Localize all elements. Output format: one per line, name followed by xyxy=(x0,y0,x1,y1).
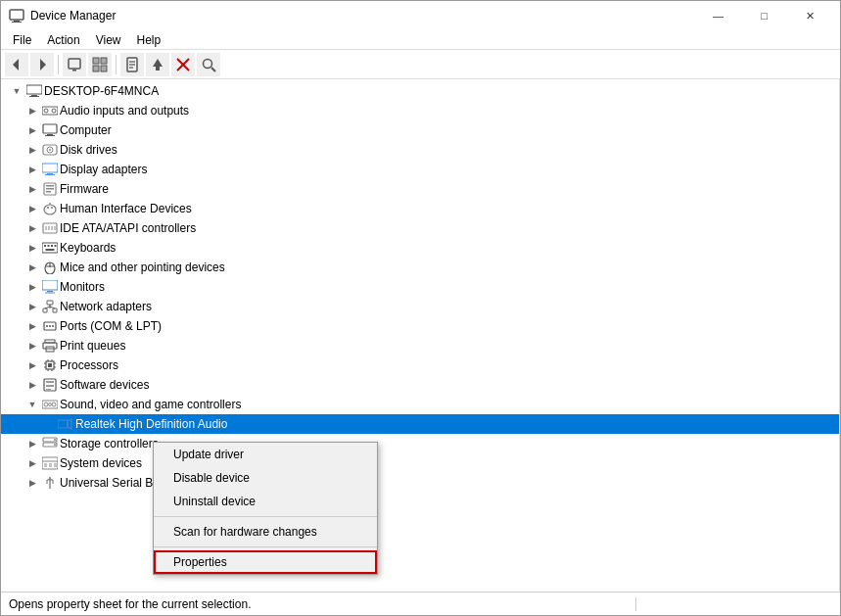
svg-rect-86 xyxy=(46,385,54,387)
svg-point-89 xyxy=(44,403,48,406)
tree-ports[interactable]: ▶ Ports (COM & LPT) xyxy=(1,316,839,336)
network-icon xyxy=(42,299,58,314)
sound-toggle[interactable]: ▼ xyxy=(24,397,40,412)
app-icon xyxy=(9,8,24,24)
usb-toggle[interactable]: ▶ xyxy=(24,475,40,491)
tree-monitors[interactable]: ▶ Monitors xyxy=(1,277,839,297)
tree-computer[interactable]: ▶ Computer xyxy=(1,120,839,140)
storage-label: Storage controllers xyxy=(60,437,159,450)
software-label: Software devices xyxy=(60,378,149,392)
monitors-label: Monitors xyxy=(60,280,105,294)
maximize-button[interactable]: □ xyxy=(742,1,786,30)
monitors-toggle[interactable]: ▶ xyxy=(24,279,40,295)
storage-toggle[interactable]: ▶ xyxy=(24,436,40,451)
tree-firmware[interactable]: ▶ Firmware xyxy=(1,179,839,199)
disk-icon xyxy=(42,142,58,158)
tree-processors[interactable]: ▶ Processors xyxy=(1,355,839,375)
hid-toggle[interactable]: ▶ xyxy=(24,201,40,216)
tree-usb[interactable]: ▶ Universal Serial Bus controllers xyxy=(1,473,839,493)
display-toggle[interactable]: ▶ xyxy=(24,162,40,177)
context-uninstall-device[interactable]: Uninstall device xyxy=(154,490,377,513)
tree-keyboard[interactable]: ▶ Keyboards xyxy=(1,238,839,258)
tree-storage[interactable]: ▶ Storage controllers xyxy=(1,434,839,453)
tree-audio[interactable]: ▶ Audio inputs and outputs xyxy=(1,101,839,120)
software-toggle[interactable]: ▶ xyxy=(24,377,40,393)
minimize-button[interactable]: — xyxy=(696,1,740,30)
toolbar-forward[interactable] xyxy=(30,53,54,76)
tree-hid[interactable]: ▶ Human Interface Devices xyxy=(1,199,839,218)
context-disable-device[interactable]: Disable device xyxy=(154,466,377,490)
svg-marker-4 xyxy=(40,59,46,71)
toolbar-show[interactable] xyxy=(88,53,112,76)
software-icon xyxy=(42,377,58,393)
tree-mouse[interactable]: ▶ Mice and other pointing devices xyxy=(1,258,839,277)
toolbar-properties[interactable] xyxy=(120,53,144,76)
toolbar-uninstall[interactable] xyxy=(171,53,195,76)
toolbar-back[interactable] xyxy=(5,53,28,76)
storage-icon xyxy=(42,436,58,451)
svg-rect-53 xyxy=(55,245,57,247)
svg-point-97 xyxy=(54,444,56,446)
context-scan-hardware[interactable]: Scan for hardware changes xyxy=(154,520,377,544)
svg-point-68 xyxy=(46,325,48,327)
tree-print[interactable]: ▶ Print queues xyxy=(1,336,839,355)
tree-sound[interactable]: ▼ Sound, video and game controllers xyxy=(1,395,839,414)
ide-toggle[interactable]: ▶ xyxy=(24,220,40,236)
realtek-icon xyxy=(58,416,73,432)
tree-system[interactable]: ▶ System devices xyxy=(1,453,839,473)
computer-toggle[interactable]: ▶ xyxy=(24,122,40,138)
device-manager-window: Device Manager — □ ✕ File Action View He… xyxy=(0,0,841,616)
context-update-driver[interactable]: Update driver xyxy=(154,443,377,466)
menu-file[interactable]: File xyxy=(5,31,39,49)
network-label: Network adapters xyxy=(60,300,152,313)
device-tree[interactable]: ▼ DESKTOP-6F4MNCA ▶ Audio inputs and out… xyxy=(1,79,840,592)
tree-ide[interactable]: ▶ IDE ATA/ATAPI controllers xyxy=(1,218,839,238)
svg-rect-10 xyxy=(101,66,107,71)
hid-label: Human Interface Devices xyxy=(60,202,192,215)
tree-display[interactable]: ▶ Display adapters xyxy=(1,160,839,179)
svg-rect-92 xyxy=(58,420,68,428)
main-content: ▼ DESKTOP-6F4MNCA ▶ Audio inputs and out… xyxy=(1,79,840,592)
computer-icon xyxy=(42,122,58,138)
status-bar: Opens property sheet for the current sel… xyxy=(1,592,840,615)
system-toggle[interactable]: ▶ xyxy=(24,455,40,471)
keyboard-label: Keyboards xyxy=(60,241,116,255)
menu-action[interactable]: Action xyxy=(39,31,87,49)
ports-toggle[interactable]: ▶ xyxy=(24,318,40,334)
menu-view[interactable]: View xyxy=(88,31,129,49)
keyboard-icon xyxy=(42,240,58,256)
disk-toggle[interactable]: ▶ xyxy=(24,142,40,158)
toolbar-up[interactable] xyxy=(63,53,86,76)
context-properties[interactable]: Properties xyxy=(154,550,377,574)
firmware-toggle[interactable]: ▶ xyxy=(24,181,40,197)
svg-rect-35 xyxy=(45,174,55,175)
toolbar-scan[interactable] xyxy=(197,53,220,76)
system-label: System devices xyxy=(60,456,142,470)
close-button[interactable]: ✕ xyxy=(788,1,832,30)
toolbar-update-driver[interactable] xyxy=(146,53,169,76)
svg-rect-7 xyxy=(93,58,99,64)
processors-toggle[interactable]: ▶ xyxy=(24,357,40,373)
root-toggle[interactable]: ▼ xyxy=(9,83,24,99)
svg-line-66 xyxy=(50,307,55,308)
network-toggle[interactable]: ▶ xyxy=(24,299,40,314)
tree-network[interactable]: ▶ Network adapters xyxy=(1,297,839,316)
root-icon xyxy=(26,83,42,99)
tree-realtek[interactable]: Realtek High Definition Audio xyxy=(1,414,839,434)
svg-rect-85 xyxy=(46,381,54,383)
mouse-icon xyxy=(42,260,58,275)
firmware-icon xyxy=(42,181,58,197)
tree-disk[interactable]: ▶ Disk drives xyxy=(1,140,839,160)
print-toggle[interactable]: ▶ xyxy=(24,338,40,354)
svg-rect-49 xyxy=(42,243,58,253)
tree-software[interactable]: ▶ Software devices xyxy=(1,375,839,395)
mouse-toggle[interactable]: ▶ xyxy=(24,260,40,275)
audio-toggle[interactable]: ▶ xyxy=(24,103,40,118)
menu-help[interactable]: Help xyxy=(129,31,169,49)
title-bar: Device Manager — □ ✕ xyxy=(1,1,840,30)
disk-label: Disk drives xyxy=(60,143,117,157)
tree-root[interactable]: ▼ DESKTOP-6F4MNCA xyxy=(1,81,839,101)
svg-line-20 xyxy=(211,68,215,71)
svg-rect-16 xyxy=(156,67,160,71)
keyboard-toggle[interactable]: ▶ xyxy=(24,240,40,256)
